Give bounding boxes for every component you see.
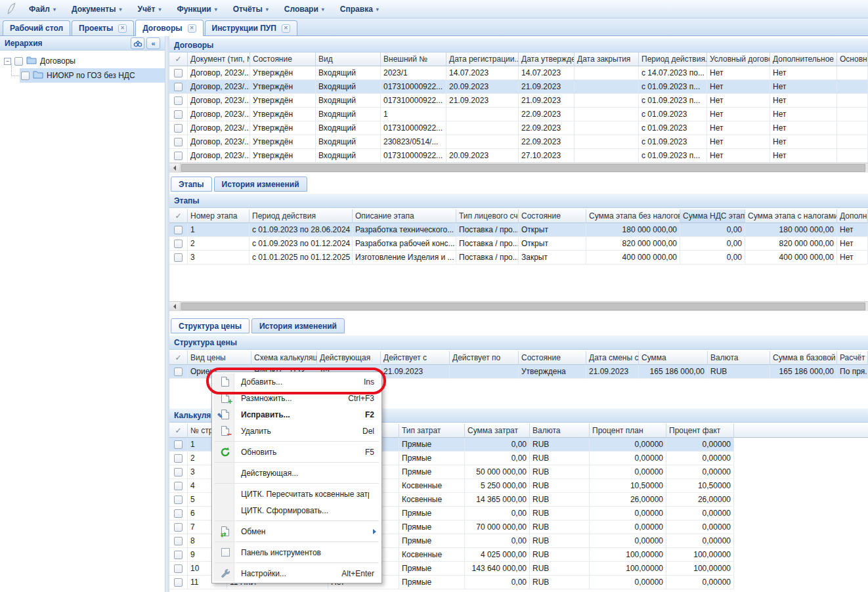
column-header[interactable]: Состояние <box>519 351 586 365</box>
menu-item-edit[interactable]: ✎Исправить...F2 <box>213 406 380 423</box>
table-row[interactable]: Договор, 2023/...УтверждёнВходящий2023/1… <box>169 66 868 80</box>
row-checkbox[interactable] <box>174 240 183 248</box>
scroll-left-arrow-icon[interactable] <box>169 163 181 173</box>
column-header[interactable]: Тип лицевого счёт <box>456 209 519 223</box>
column-header[interactable]: Основн... <box>837 53 868 66</box>
table-row[interactable]: Договор, 2023/...УтверждёнВходящий017310… <box>169 121 868 135</box>
menu-item-settings[interactable]: Настройки...Alt+Enter <box>213 565 380 581</box>
row-checkbox[interactable] <box>174 226 183 234</box>
column-header[interactable]: Период действия <box>250 209 353 223</box>
table-row[interactable]: Договор, 2023/...УтверждёнВходящий230823… <box>169 135 868 149</box>
menu-item-exchange[interactable]: ⇄Обмен <box>213 523 380 539</box>
menu-functions[interactable]: Функции <box>169 3 225 16</box>
column-header[interactable]: Описание этапа <box>353 209 456 223</box>
row-checkbox[interactable] <box>174 578 183 587</box>
menu-item-duplicate[interactable]: +Размножить...Ctrl+F3 <box>213 390 380 406</box>
row-checkbox[interactable] <box>174 551 183 559</box>
column-header[interactable]: Сумма <box>639 351 708 365</box>
tree-item-contracts[interactable]: Договоры <box>0 54 165 68</box>
menu-file[interactable]: Файл <box>21 3 64 16</box>
menu-item-add[interactable]: Добавить...Ins <box>213 373 380 390</box>
collapse-left-icon[interactable]: « <box>146 37 160 49</box>
window-tab-instructions[interactable]: Инструкции ПУП <box>205 20 297 35</box>
column-header[interactable]: Действует с <box>381 351 450 365</box>
horizontal-scrollbar[interactable] <box>169 301 868 311</box>
row-checkbox[interactable] <box>174 124 183 133</box>
column-header[interactable]: Дополнительное с <box>770 53 837 66</box>
tab-close-icon[interactable] <box>188 24 196 33</box>
horizontal-scrollbar[interactable] <box>169 163 868 173</box>
column-header[interactable]: Дата закрытия <box>575 53 639 66</box>
row-checkbox[interactable] <box>174 537 183 545</box>
binoculars-icon[interactable] <box>131 37 144 49</box>
row-checkbox[interactable] <box>174 482 183 490</box>
column-header[interactable]: Сумма НДС этапа <box>680 209 745 223</box>
column-header[interactable]: Сумма затрат <box>465 424 530 438</box>
column-header[interactable]: Вид цены <box>188 351 251 365</box>
tree-expand-toggle-icon[interactable] <box>4 58 11 65</box>
window-tab-projects[interactable]: Проекты <box>72 20 134 35</box>
column-header[interactable]: Номер этапа <box>188 209 250 223</box>
table-row[interactable]: 3с 01.01.2025 по 01.12.2025Изготовление … <box>169 251 868 264</box>
table-row[interactable]: Договор, 2023/...УтверждёнВходящий017310… <box>169 149 868 163</box>
column-header[interactable]: Внешний № <box>381 53 446 66</box>
tree-item-niokr[interactable]: НИОКР по ГОЗ без НДС <box>20 68 165 83</box>
row-checkbox[interactable] <box>174 509 183 518</box>
row-checkbox[interactable] <box>174 523 183 532</box>
menu-item-citk-recalc[interactable]: ЦИТК. Пересчитать косвенные затраты... <box>213 486 380 502</box>
column-header[interactable] <box>734 424 868 438</box>
menu-reports[interactable]: Отчёты <box>225 3 276 16</box>
table-row[interactable]: Договор, 2023/...УтверждёнВходящий017310… <box>169 80 868 94</box>
column-header[interactable]: Валюта <box>530 424 590 438</box>
column-header[interactable]: Период действия... <box>639 53 707 66</box>
row-checkbox[interactable] <box>174 138 183 146</box>
table-row[interactable]: Договор, 2023/...УтверждёнВходящий017310… <box>169 94 868 108</box>
table-row[interactable]: 1с 01.09.2023 по 28.06.2024Разработка те… <box>169 223 868 237</box>
tab-stages-history[interactable]: История изменений <box>214 177 307 192</box>
menu-accounting[interactable]: Учёт <box>129 3 169 16</box>
row-checkbox[interactable] <box>174 83 183 91</box>
scrollbar-thumb[interactable] <box>181 303 865 310</box>
column-header[interactable]: Тип затрат <box>399 424 465 438</box>
column-header[interactable]: Сумма в базовой в <box>770 351 837 365</box>
row-checkbox[interactable] <box>174 69 183 77</box>
menu-dictionaries[interactable]: Словари <box>276 3 332 16</box>
tab-close-icon[interactable] <box>282 24 290 33</box>
menu-documents[interactable]: Документы <box>64 3 130 16</box>
column-header[interactable]: Условный договор <box>707 53 770 66</box>
column-header[interactable]: Сумма этапа с налогами <box>745 209 837 223</box>
column-header[interactable]: Процент план <box>590 424 666 438</box>
column-header[interactable]: Дата утверждения <box>519 53 575 66</box>
column-header[interactable]: Дополн... <box>837 209 868 223</box>
menu-item-toolbar[interactable]: Панель инструментов <box>213 544 380 560</box>
tab-stages[interactable]: Этапы <box>171 177 212 192</box>
column-header[interactable]: ✓ <box>169 53 188 66</box>
column-header[interactable]: Вид <box>316 53 381 66</box>
row-checkbox[interactable] <box>174 253 183 262</box>
row-checkbox[interactable] <box>174 440 183 449</box>
tab-price-history[interactable]: История изменений <box>251 318 345 333</box>
column-header[interactable]: Сумма этапа без налогов <box>586 209 680 223</box>
column-header[interactable]: Документ (тип, № <box>188 53 250 66</box>
column-header[interactable]: Состояние <box>250 53 316 66</box>
row-checkbox[interactable] <box>174 152 183 160</box>
row-checkbox[interactable] <box>174 110 183 119</box>
menu-item-delete[interactable]: −УдалитьDel <box>213 423 380 439</box>
column-header[interactable]: Действует по <box>450 351 519 365</box>
column-header[interactable]: Действующая <box>317 351 381 365</box>
menu-item-acting[interactable]: Действующая... <box>213 465 380 481</box>
tree-checkbox[interactable] <box>21 72 30 80</box>
menu-item-refresh[interactable]: ОбновитьF5 <box>213 444 380 460</box>
row-checkbox[interactable] <box>174 468 183 476</box>
scroll-left-arrow-icon[interactable] <box>169 302 181 311</box>
column-header[interactable]: Процент факт <box>666 424 734 438</box>
row-checkbox[interactable] <box>174 564 183 573</box>
tab-close-icon[interactable] <box>118 24 127 33</box>
table-row[interactable]: Договор, 2023/...УтверждёнВходящий122.09… <box>169 108 868 121</box>
tab-price-structure[interactable]: Структура цены <box>171 318 250 333</box>
column-header[interactable]: Дата регистрации... <box>446 53 519 66</box>
menu-item-citk-form[interactable]: ЦИТК. Сформировать... <box>213 502 380 518</box>
column-header[interactable]: Схема калькуляци <box>251 351 317 365</box>
menu-help[interactable]: Справка <box>332 3 387 16</box>
table-row[interactable]: 2с 01.09.2023 по 01.12.2024Разработка ра… <box>169 237 868 251</box>
